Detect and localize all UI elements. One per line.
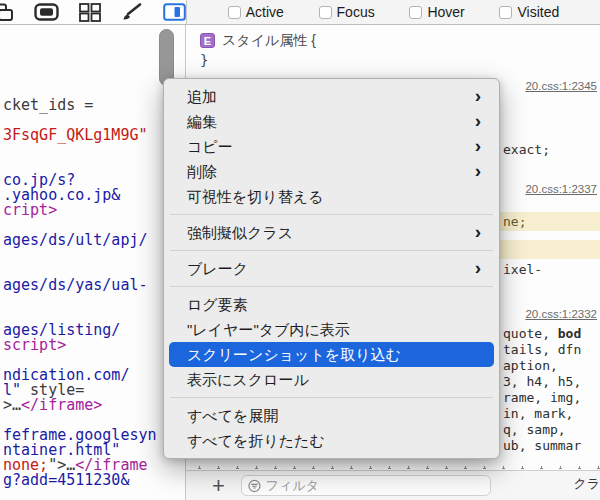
checkbox-icon[interactable] (319, 6, 332, 19)
element-context-menu: 追加›編集›コピー›削除›可視性を切り替える強制擬似クラス›ブレーク›ログ要素"… (163, 78, 500, 459)
css-property-fragment[interactable]: ixel- (503, 262, 542, 277)
menu-item-label: すべてを折りたたむ (187, 432, 325, 449)
dotted-divider (186, 466, 600, 469)
menu-separator (170, 214, 493, 215)
element-badge-icon: E (200, 33, 215, 48)
style-attribute-title[interactable]: スタイル属性 { (222, 32, 316, 50)
css-source-link[interactable]: 20.css:1:2337 (525, 183, 597, 195)
filter-field[interactable] (241, 475, 491, 496)
menu-item[interactable]: コピー› (169, 134, 494, 159)
submenu-arrow-icon: › (475, 134, 481, 158)
menu-separator (170, 286, 493, 287)
checkbox-icon[interactable] (499, 6, 512, 19)
selector-line: quote, bod (503, 326, 581, 342)
code-line: g?add=4511230& (3, 473, 185, 488)
filter-icon (248, 479, 261, 493)
menu-item[interactable]: ログ要素 (169, 292, 494, 317)
menu-item[interactable]: 追加› (169, 84, 494, 109)
pseudo-class-checkboxes: ActiveFocusHoverVisited (186, 0, 600, 24)
code-line (3, 293, 185, 308)
inspector-toolbar: ActiveFocusHoverVisited (0, 0, 600, 25)
filter-input[interactable] (266, 478, 484, 493)
css-property-fragment[interactable]: exact; (503, 142, 550, 157)
checkbox-icon[interactable] (409, 6, 422, 19)
menu-item-label: スクリーンショットを取り込む (187, 346, 401, 363)
selector-line: ub, summar (503, 438, 581, 454)
menu-item[interactable]: 削除› (169, 159, 494, 184)
checkbox-label: Visited (517, 4, 559, 20)
selector-lines: quote, bodtails, dfnaption,3, h4, h5,ram… (503, 326, 581, 454)
css-source-link[interactable]: 20.css:1:2345 (525, 80, 597, 92)
menu-item[interactable]: 強制擬似クラス› (169, 220, 494, 245)
selector-line: aption, (503, 358, 581, 374)
pseudo-checkbox-active[interactable]: Active (228, 4, 284, 20)
add-rule-button[interactable]: + (212, 473, 225, 499)
pseudo-checkbox-focus[interactable]: Focus (319, 4, 375, 20)
menu-item-label: "レイヤー"タブ内に表示 (187, 321, 350, 338)
code-line: >…</iframe> (3, 398, 185, 413)
style-rule-header: E スタイル属性 { } (186, 25, 600, 67)
menu-item-label: 表示にスクロール (187, 371, 309, 388)
code-line: ages/ds/yas/ual- (3, 278, 185, 293)
code-lines: cket_ids =3FsqGF_QKLg1M9G"co.jp/s?.yahoo… (3, 98, 185, 488)
menu-separator (170, 250, 493, 251)
menu-item-label: コピー (187, 138, 233, 155)
menu-item[interactable]: すべてを展開 (169, 403, 494, 428)
menu-item[interactable]: "レイヤー"タブ内に表示 (169, 317, 494, 342)
selector-line: 3, h4, h5, (503, 374, 581, 390)
menu-item-label: 削除 (187, 163, 217, 180)
menu-item-label: すべてを展開 (187, 407, 278, 424)
selector-line: q, samp, (503, 422, 581, 438)
menu-item[interactable]: すべてを折りたたむ (169, 428, 494, 453)
css-property-fragment: ne; (503, 212, 526, 231)
submenu-arrow-icon: › (475, 109, 481, 133)
pseudo-checkbox-visited[interactable]: Visited (499, 4, 559, 20)
pseudo-checkbox-hover[interactable]: Hover (409, 4, 464, 20)
submenu-arrow-icon: › (475, 84, 481, 108)
checkbox-label: Focus (337, 4, 375, 20)
menu-item[interactable]: 編集› (169, 109, 494, 134)
css-source-link[interactable]: 20.css:1:2332 (525, 308, 597, 320)
code-line: 3FsqGF_QKLg1M9G" (3, 128, 185, 143)
menu-item-label: ログ要素 (187, 296, 248, 313)
context-menu-items: 追加›編集›コピー›削除›可視性を切り替える強制擬似クラス›ブレーク›ログ要素"… (164, 84, 499, 453)
selector-line: in, mark, (503, 406, 581, 422)
menu-item[interactable]: 可視性を切り替える (169, 184, 494, 209)
menu-item-label: 可視性を切り替える (187, 188, 323, 205)
paintbrush-icon[interactable] (121, 3, 143, 21)
menu-item[interactable]: 表示にスクロール (169, 367, 494, 392)
code-line: cket_ids = (3, 98, 185, 113)
checkbox-label: Active (246, 4, 284, 20)
display-icon[interactable] (34, 3, 59, 21)
code-line: ages/ds/ult/apj/ (3, 233, 185, 248)
device-orientation-icon[interactable] (0, 3, 14, 22)
selector-line: rame, img, (503, 390, 581, 406)
checkbox-icon[interactable] (228, 6, 241, 19)
source-code-panel[interactable]: cket_ids =3FsqGF_QKLg1M9G"co.jp/s?.yahoo… (0, 25, 186, 500)
code-line: script> (3, 338, 185, 353)
menu-item-label: 追加 (187, 88, 217, 105)
menu-item-label: 編集 (187, 113, 217, 130)
checkbox-label: Hover (427, 4, 464, 20)
menu-item[interactable]: スクリーンショットを取り込む (169, 342, 494, 367)
style-rule-close-brace: } (200, 52, 600, 67)
code-line: cript> (3, 203, 185, 218)
styles-bottom-bar: + クラ (186, 470, 600, 500)
menu-item[interactable]: ブレーク› (169, 256, 494, 281)
code-line (3, 248, 185, 263)
menu-item-label: 強制擬似クラス (187, 224, 293, 241)
toolbar-icon-strip (0, 0, 186, 24)
code-line (3, 143, 185, 158)
menu-separator (170, 397, 493, 398)
selector-line: tails, dfn (503, 342, 581, 358)
submenu-arrow-icon: › (475, 256, 481, 280)
submenu-arrow-icon: › (475, 159, 481, 183)
sidebar-toggle-icon[interactable] (163, 3, 186, 21)
submenu-arrow-icon: › (475, 220, 481, 244)
menu-item-label: ブレーク (187, 260, 248, 277)
classes-toggle-label[interactable]: クラ (573, 475, 600, 493)
grid-layout-icon[interactable] (79, 3, 101, 22)
